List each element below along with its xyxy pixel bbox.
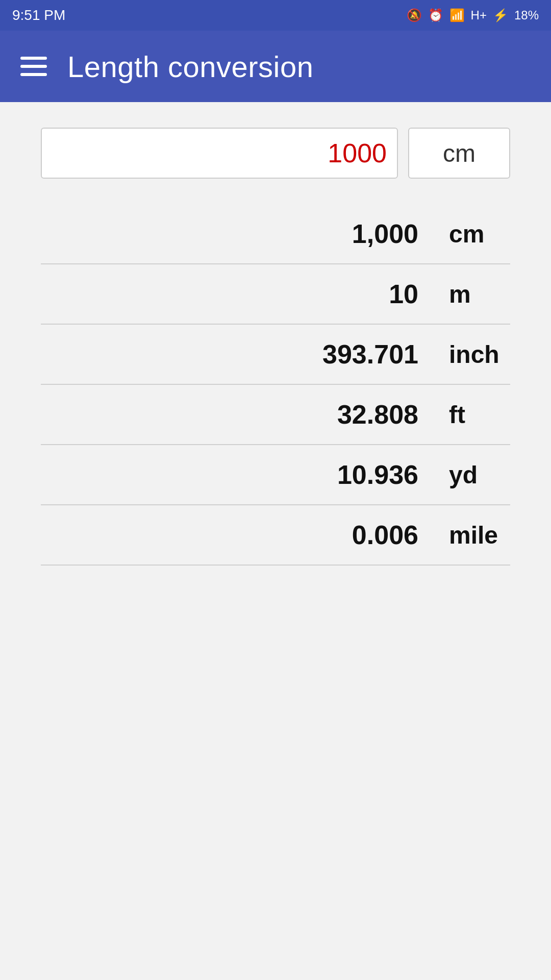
network-type-icon: H+ — [471, 8, 487, 22]
status-icons: 🔕 ⏰ 📶 H+ ⚡ 18% — [407, 8, 539, 22]
battery-level: 18% — [514, 8, 539, 22]
menu-line-1 — [20, 57, 47, 60]
page-title: Length conversion — [67, 50, 314, 84]
menu-line-3 — [20, 73, 47, 76]
unit-selector[interactable]: cm — [408, 128, 510, 179]
signal-icon: 📶 — [449, 8, 465, 22]
results-table: 1,000cm10m393.701inch32.808ft10.936yd0.0… — [41, 204, 510, 566]
result-value: 1,000 — [214, 218, 418, 249]
result-value: 393.701 — [214, 339, 418, 370]
result-value: 10 — [214, 279, 418, 309]
result-unit: yd — [418, 461, 510, 489]
result-unit: ft — [418, 401, 510, 429]
result-row: 393.701inch — [41, 325, 510, 385]
main-content: cm 1,000cm10m393.701inch32.808ft10.936yd… — [0, 102, 551, 586]
status-time: 9:51 PM — [12, 7, 65, 23]
mute-icon: 🔕 — [407, 8, 422, 22]
result-row: 32.808ft — [41, 385, 510, 445]
toolbar: Length conversion — [0, 31, 551, 102]
value-input[interactable] — [41, 128, 398, 179]
result-row: 10m — [41, 264, 510, 325]
status-bar: 9:51 PM 🔕 ⏰ 📶 H+ ⚡ 18% — [0, 0, 551, 31]
result-row: 0.006mile — [41, 505, 510, 566]
result-row: 1,000cm — [41, 204, 510, 264]
alarm-icon: ⏰ — [428, 8, 443, 22]
menu-line-2 — [20, 65, 47, 68]
result-unit: m — [418, 280, 510, 308]
result-unit: inch — [418, 340, 510, 369]
menu-button[interactable] — [20, 57, 47, 76]
charging-icon: ⚡ — [493, 8, 508, 22]
result-value: 10.936 — [214, 459, 418, 490]
input-row: cm — [41, 128, 510, 179]
result-value: 0.006 — [214, 520, 418, 550]
unit-selector-label: cm — [443, 139, 475, 167]
result-unit: cm — [418, 220, 510, 248]
result-unit: mile — [418, 521, 510, 549]
result-value: 32.808 — [214, 399, 418, 430]
result-row: 10.936yd — [41, 445, 510, 505]
